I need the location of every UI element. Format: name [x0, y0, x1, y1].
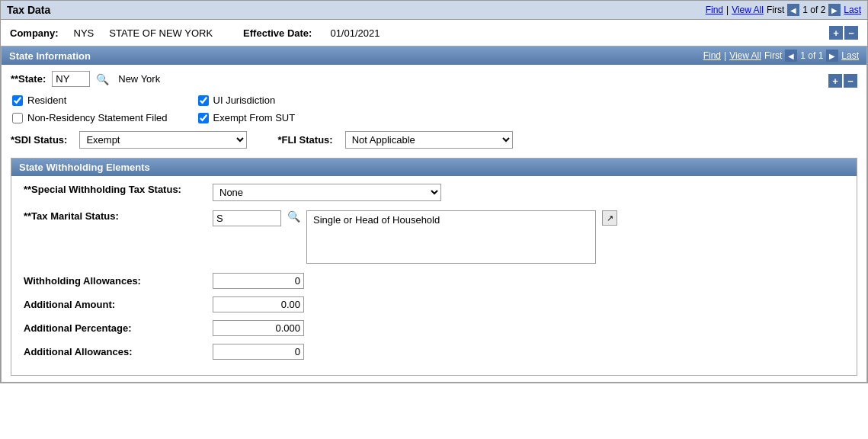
state-field-label: *State:: [11, 73, 46, 85]
additional-percentage-row: Additional Percentage:: [24, 320, 844, 336]
withholding-allowances-row: Withholding Allowances:: [24, 273, 844, 289]
tax-marital-popup-btn[interactable]: ↗: [602, 210, 617, 226]
sdi-fli-row: *SDI Status: Exempt Not Exempt Not Appli…: [11, 131, 828, 149]
nonresidency-checkbox-item: Non-Residency Statement Filed: [12, 112, 168, 123]
resident-checkbox[interactable]: [12, 95, 23, 106]
withholding-header: State Withholding Elements: [11, 159, 857, 176]
page-title: Tax Data: [7, 4, 50, 16]
tax-marital-label: *Tax Marital Status:: [24, 210, 207, 222]
company-code: NYS: [74, 27, 94, 39]
checkboxes-row: Resident Non-Residency Statement Filed U…: [11, 95, 828, 123]
title-last-link[interactable]: Last: [844, 5, 861, 15]
state-viewall-link[interactable]: View All: [729, 50, 761, 61]
company-remove-btn[interactable]: −: [844, 26, 858, 40]
withholding-title: State Withholding Elements: [19, 162, 150, 173]
additional-percentage-label: Additional Percentage:: [24, 322, 207, 334]
tax-marital-search-btn[interactable]: 🔍: [287, 210, 300, 223]
special-wh-select[interactable]: None Maintain Taxable Gross No Tax Withh…: [213, 184, 441, 201]
state-next-btn[interactable]: ▶: [826, 50, 838, 62]
right-checkboxes: UI Jurisdiction Exempt From SUT: [198, 95, 296, 123]
left-checkboxes: Resident Non-Residency Statement Filed: [12, 95, 168, 123]
tax-marital-desc: Single or Head of Household: [306, 210, 596, 264]
company-add-btn[interactable]: +: [829, 26, 843, 40]
state-info-header: State Information Find | View All First …: [2, 46, 866, 65]
withholding-body: *Special Withholding Tax Status: None Ma…: [11, 176, 857, 375]
additional-amount-input[interactable]: [213, 296, 304, 312]
nonresidency-checkbox[interactable]: [12, 113, 23, 123]
title-first-label: First: [767, 5, 784, 15]
state-plus-minus: + −: [828, 71, 857, 88]
ui-jurisdiction-checkbox-item: UI Jurisdiction: [198, 95, 296, 106]
title-prev-btn[interactable]: ◀: [787, 4, 799, 16]
nonresidency-label: Non-Residency Statement Filed: [27, 112, 168, 123]
title-nav-controls: Find | View All First ◀ 1 of 2 ▶ Last: [706, 4, 861, 16]
ui-jurisdiction-checkbox[interactable]: [198, 95, 209, 106]
title-count: 1 of 2: [802, 5, 825, 15]
withholding-allowances-input[interactable]: [213, 273, 304, 289]
title-bar: Tax Data Find | View All First ◀ 1 of 2 …: [1, 1, 867, 20]
additional-amount-row: Additional Amount:: [24, 296, 844, 312]
title-find-link[interactable]: Find: [706, 5, 723, 15]
withholding-section: State Withholding Elements *Special With…: [11, 158, 857, 376]
tax-marital-row: *Tax Marital Status: 🔍 Single or Head of…: [24, 210, 844, 264]
company-row: Company: NYS STATE OF NEW YORK Effective…: [1, 20, 867, 46]
fli-select[interactable]: Not Applicable Exempt Not Exempt: [345, 131, 513, 149]
state-info-body: *State: 🔍 New York Resident: [2, 65, 866, 382]
state-remove-btn[interactable]: −: [844, 74, 857, 88]
state-search-btn[interactable]: 🔍: [96, 73, 109, 85]
state-code-input[interactable]: [52, 71, 90, 87]
ui-jurisdiction-label: UI Jurisdiction: [213, 95, 276, 106]
state-info-title: State Information: [9, 50, 91, 62]
sdi-label: *SDI Status:: [11, 134, 67, 146]
resident-checkbox-item: Resident: [12, 95, 168, 106]
exempt-sut-label: Exempt From SUT: [213, 112, 296, 123]
effective-date-label: Effective Date:: [243, 27, 312, 39]
additional-amount-label: Additional Amount:: [24, 299, 207, 310]
state-add-btn[interactable]: +: [828, 74, 842, 88]
effective-date-value: 01/01/2021: [330, 27, 380, 39]
state-field-row: *State: 🔍 New York: [11, 71, 828, 87]
sdi-select[interactable]: Exempt Not Exempt Not Applicable: [79, 131, 247, 149]
state-find-link[interactable]: Find: [703, 50, 721, 61]
company-plus-minus: + −: [829, 26, 858, 40]
fli-label: *FLI Status:: [277, 134, 332, 146]
withholding-allowances-label: Withholding Allowances:: [24, 275, 207, 287]
state-info-section: State Information Find | View All First …: [1, 46, 867, 383]
state-count: 1 of 1: [800, 50, 823, 61]
special-wh-row: *Special Withholding Tax Status: None Ma…: [24, 184, 844, 201]
state-name-text: New York: [118, 73, 160, 85]
page-wrapper: Tax Data Find | View All First ◀ 1 of 2 …: [0, 0, 868, 383]
special-wh-label: *Special Withholding Tax Status:: [24, 184, 207, 195]
resident-label: Resident: [27, 95, 66, 106]
company-label: Company:: [10, 27, 59, 39]
company-name: STATE OF NEW YORK: [109, 27, 213, 39]
additional-percentage-input[interactable]: [213, 320, 304, 336]
additional-allowances-input[interactable]: [213, 344, 304, 360]
additional-allowances-label: Additional Allowances:: [24, 346, 207, 357]
tax-marital-input[interactable]: [213, 210, 281, 226]
state-first-label: First: [764, 50, 782, 61]
state-prev-btn[interactable]: ◀: [785, 50, 797, 62]
exempt-sut-checkbox-item: Exempt From SUT: [198, 112, 296, 123]
title-next-btn[interactable]: ▶: [828, 4, 841, 16]
state-info-nav: Find | View All First ◀ 1 of 1 ▶ Last: [703, 50, 859, 62]
state-last-link[interactable]: Last: [841, 50, 859, 61]
title-viewall-link[interactable]: View All: [732, 5, 764, 15]
additional-allowances-row: Additional Allowances:: [24, 344, 844, 360]
exempt-sut-checkbox[interactable]: [198, 113, 209, 123]
